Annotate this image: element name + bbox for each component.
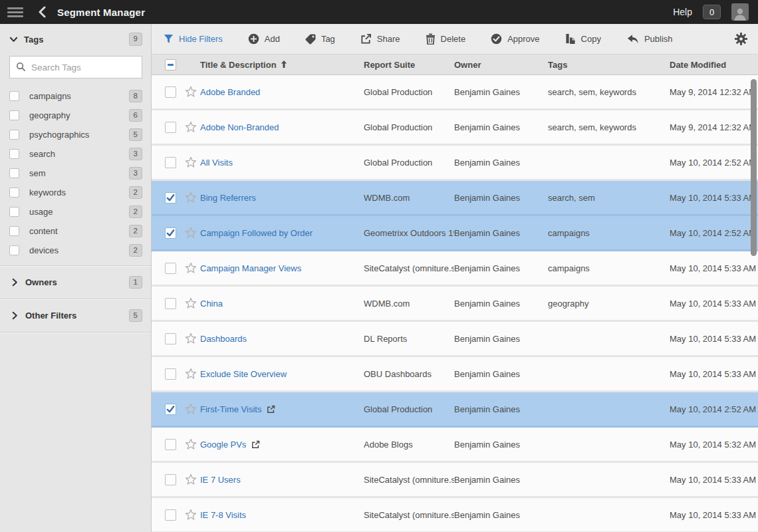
table-row[interactable]: Adobe Branded Global Production Benjamin… <box>152 75 758 110</box>
copy-button[interactable]: Copy <box>565 33 601 45</box>
star-icon[interactable] <box>185 332 197 344</box>
table-row[interactable]: IE 7-8 Visits SiteCatalyst (omniture.sca… <box>152 498 758 532</box>
report-suite-cell: SiteCatalyst (omniture.scall) <box>364 263 454 273</box>
hide-filters-button[interactable]: Hide Filters <box>164 34 223 44</box>
tag-checkbox[interactable] <box>9 168 19 178</box>
row-checkbox[interactable] <box>165 122 176 133</box>
publish-button[interactable]: Publish <box>626 34 673 45</box>
tags-section-header[interactable]: Tags 9 <box>0 24 151 55</box>
row-checkbox[interactable] <box>165 474 176 485</box>
help-link[interactable]: Help <box>673 7 692 17</box>
tag-filter-item[interactable]: usage 2 <box>0 202 151 221</box>
star-icon[interactable] <box>185 403 197 415</box>
chevron-right-icon <box>11 311 19 320</box>
table-row[interactable]: Bing Referrers WDMB.com Benjamin Gaines … <box>152 181 758 216</box>
star-icon[interactable] <box>185 156 197 168</box>
owners-section-label: Owners <box>25 277 57 287</box>
tag-filter-item[interactable]: keywords 2 <box>0 183 151 202</box>
row-checkbox[interactable] <box>165 298 176 309</box>
table-row[interactable]: Dashboards DL Reports Benjamin Gaines Ma… <box>152 322 758 357</box>
table-row[interactable]: Campaign Followed by Order Geometrixx Ou… <box>152 216 758 251</box>
user-avatar[interactable] <box>731 3 749 21</box>
tag-filter-item[interactable]: campaigns 8 <box>0 86 151 106</box>
segment-title-link[interactable]: Campaign Manager Views <box>200 263 301 273</box>
tag-button[interactable]: Tag <box>305 34 335 45</box>
star-icon[interactable] <box>185 192 197 203</box>
tag-checkbox[interactable] <box>9 149 19 159</box>
star-icon[interactable] <box>185 509 197 521</box>
row-checkbox[interactable] <box>165 333 176 344</box>
segment-title-link[interactable]: Campaign Followed by Order <box>200 228 313 238</box>
table-row[interactable]: IE 7 Users SiteCatalyst (omniture.scall)… <box>152 463 758 498</box>
segment-title-link[interactable]: Adobe Non-Branded <box>200 122 279 132</box>
tag-checkbox[interactable] <box>9 245 19 255</box>
back-button[interactable] <box>31 0 53 24</box>
row-checkbox[interactable] <box>165 509 176 521</box>
column-header-date[interactable]: Date Modified <box>670 60 758 70</box>
tag-filter-item[interactable]: search 3 <box>0 144 151 164</box>
other-filters-section-header[interactable]: Other Filters 5 <box>0 299 151 332</box>
row-checkbox[interactable] <box>165 157 176 168</box>
row-checkbox[interactable] <box>165 368 176 380</box>
settings-button[interactable] <box>735 33 747 45</box>
star-icon[interactable] <box>185 368 197 380</box>
segment-title-link[interactable]: All Visits <box>200 158 233 168</box>
segment-title-link[interactable]: Exclude Site Overview <box>200 369 287 379</box>
column-header-tags[interactable]: Tags <box>548 60 670 70</box>
column-header-suite[interactable]: Report Suite <box>364 60 454 70</box>
segment-title-link[interactable]: IE 7-8 Visits <box>200 510 246 520</box>
tag-checkbox[interactable] <box>9 226 19 236</box>
select-all-checkbox[interactable] <box>165 59 176 70</box>
search-tags-input[interactable] <box>9 56 142 78</box>
segment-title-link[interactable]: IE 7 Users <box>200 475 241 485</box>
table-row[interactable]: All Visits Global Production Benjamin Ga… <box>152 146 758 181</box>
star-icon[interactable] <box>185 227 197 239</box>
notification-badge[interactable]: 0 <box>703 5 721 19</box>
add-button[interactable]: Add <box>248 33 280 45</box>
table-row[interactable]: China WDMB.com Benjamin Gaines geography… <box>152 287 758 322</box>
tag-label: keywords <box>29 188 66 198</box>
owner-cell: Benjamin Gaines <box>454 228 548 238</box>
star-icon[interactable] <box>185 473 197 485</box>
column-header-owner[interactable]: Owner <box>454 60 548 70</box>
hamburger-menu-icon[interactable] <box>0 0 31 24</box>
tag-filter-item[interactable]: devices 2 <box>0 241 151 260</box>
row-checkbox[interactable] <box>165 404 176 415</box>
approve-button[interactable]: Approve <box>491 33 539 45</box>
row-checkbox[interactable] <box>165 439 176 450</box>
owners-section-header[interactable]: Owners 1 <box>0 265 151 299</box>
segment-title-link[interactable]: First-Time Visits <box>200 404 261 414</box>
star-icon[interactable] <box>185 438 197 450</box>
table-row[interactable]: Adobe Non-Branded Global Production Benj… <box>152 110 758 146</box>
table-row[interactable]: Exclude Site Overview OBU Dashboards Ben… <box>152 357 758 392</box>
table-row[interactable]: Campaign Manager Views SiteCatalyst (omn… <box>152 251 758 287</box>
table-scrollbar-thumb[interactable] <box>751 79 757 256</box>
column-header-title[interactable]: Title & Description <box>200 60 364 70</box>
segment-title-link[interactable]: China <box>200 299 223 309</box>
tag-checkbox[interactable] <box>9 110 19 120</box>
tag-checkbox[interactable] <box>9 188 19 198</box>
row-checkbox[interactable] <box>165 227 176 239</box>
star-icon[interactable] <box>185 86 197 98</box>
star-icon[interactable] <box>185 262 197 274</box>
row-checkbox[interactable] <box>165 263 176 274</box>
tag-filter-item[interactable]: sem 3 <box>0 164 151 183</box>
star-icon[interactable] <box>185 297 197 309</box>
row-checkbox[interactable] <box>165 192 176 203</box>
tag-filter-item[interactable]: psychographics 5 <box>0 125 151 144</box>
star-icon[interactable] <box>185 121 197 133</box>
tag-filter-item[interactable]: content 2 <box>0 221 151 241</box>
table-row[interactable]: Google PVs Adobe Blogs Benjamin Gaines M… <box>152 428 758 463</box>
row-checkbox[interactable] <box>165 86 176 98</box>
segment-title-link[interactable]: Bing Referrers <box>200 193 256 203</box>
tag-checkbox[interactable] <box>9 91 19 101</box>
tag-filter-item[interactable]: geography 6 <box>0 106 151 125</box>
table-row[interactable]: First-Time Visits Global Production Benj… <box>152 392 758 428</box>
tag-checkbox[interactable] <box>9 130 19 140</box>
segment-title-link[interactable]: Adobe Branded <box>200 87 260 97</box>
segment-title-link[interactable]: Google PVs <box>200 440 246 450</box>
delete-button[interactable]: Delete <box>426 33 466 45</box>
segment-title-link[interactable]: Dashboards <box>200 334 247 344</box>
tag-checkbox[interactable] <box>9 207 19 217</box>
share-button[interactable]: Share <box>360 33 400 45</box>
